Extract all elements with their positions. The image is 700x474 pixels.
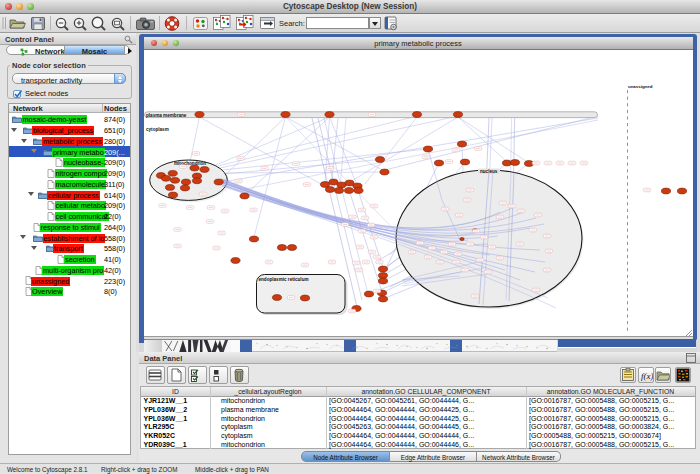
svg-text:endoplasmic reticulum: endoplasmic reticulum bbox=[259, 277, 309, 282]
svg-text:f(x): f(x) bbox=[641, 371, 653, 381]
svg-text:mitochondrion: mitochondrion bbox=[174, 161, 206, 166]
svg-text:unassigned: unassigned bbox=[628, 84, 653, 89]
svg-text:cytoplasm: cytoplasm bbox=[146, 127, 169, 132]
svg-text:plasma membrane: plasma membrane bbox=[146, 113, 187, 118]
